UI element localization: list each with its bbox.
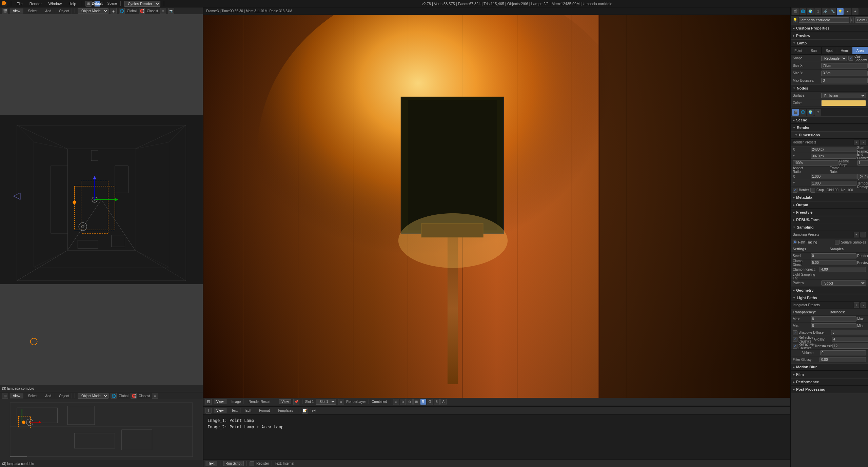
- reflective-caustics-checkbox[interactable]: [793, 337, 797, 342]
- integrator-presets-remove[interactable]: -: [861, 303, 866, 308]
- menu-render[interactable]: Render: [27, 1, 44, 6]
- presets-add-btn[interactable]: +: [854, 140, 859, 145]
- render-layers-icon[interactable]: ≡: [338, 399, 344, 405]
- viewport-overlay-icon[interactable]: ≡: [160, 8, 166, 14]
- ortho-snap-icon[interactable]: 🧲: [131, 393, 137, 399]
- viewport-canvas[interactable]: [0, 14, 203, 385]
- filter-glossy-field[interactable]: [820, 357, 866, 362]
- tab-render-result[interactable]: Render Result: [246, 399, 273, 404]
- refractive-caustics-checkbox[interactable]: [793, 344, 797, 349]
- frame-step-field[interactable]: [857, 160, 868, 166]
- nodes-section-header[interactable]: ▼ Nodes: [791, 84, 868, 92]
- shadows-checkbox[interactable]: [793, 330, 797, 335]
- seed-field[interactable]: [811, 253, 856, 258]
- menu-window[interactable]: Window: [46, 1, 64, 6]
- render-icon-7[interactable]: B: [434, 399, 440, 405]
- prop-scene-icon[interactable]: 🌐: [800, 8, 806, 15]
- object-name-field[interactable]: [799, 17, 849, 23]
- ortho-canvas[interactable]: [0, 399, 203, 460]
- film-header[interactable]: ▶ Film: [791, 371, 868, 378]
- render-pin-icon[interactable]: 📌: [293, 399, 299, 405]
- integrator-presets-add[interactable]: +: [854, 303, 859, 308]
- footer-text[interactable]: Text: [205, 461, 217, 466]
- ortho-tab-select[interactable]: Select: [25, 393, 41, 398]
- lamp-tab-hemi[interactable]: Hemi: [837, 47, 853, 54]
- pct-field[interactable]: [793, 160, 839, 166]
- square-samples-checkbox[interactable]: [835, 240, 840, 245]
- output-header[interactable]: ▶ Output: [791, 201, 868, 209]
- engine-dropdown[interactable]: Cycles Render: [124, 1, 160, 7]
- ortho-global-icon[interactable]: 🌐: [111, 393, 117, 399]
- ortho-overlay-icon[interactable]: ≡: [152, 393, 158, 399]
- min-transp-field[interactable]: [811, 323, 856, 328]
- render-icon-1[interactable]: ⊕: [393, 399, 399, 405]
- menu-file[interactable]: File: [15, 1, 25, 6]
- res-y-field[interactable]: [811, 154, 856, 159]
- point-icon[interactable]: ⊙: [850, 17, 854, 23]
- preview-header[interactable]: ▶ Preview: [791, 32, 868, 39]
- obj-icon[interactable]: 💡: [793, 17, 797, 23]
- tab-select[interactable]: Select: [25, 8, 41, 14]
- ortho-mode-select[interactable]: Object Mode: [78, 393, 108, 399]
- obj-prop-icon[interactable]: □: [814, 109, 821, 116]
- light-paths-header[interactable]: ▼ Light Paths: [791, 294, 868, 301]
- tab-image[interactable]: Image: [229, 399, 244, 404]
- ortho-tab-add[interactable]: Add: [42, 393, 54, 398]
- aspect-x-field[interactable]: [811, 174, 856, 179]
- ortho-view-icon[interactable]: ⊞: [2, 393, 8, 399]
- prop-constraint-icon[interactable]: 🔗: [822, 8, 829, 15]
- surface-select[interactable]: Emission: [821, 93, 866, 98]
- diffuse-field[interactable]: [831, 330, 868, 335]
- clamp-indirect-field[interactable]: [820, 267, 866, 272]
- rebus-header[interactable]: ▶ REBUS-Farm: [791, 216, 868, 223]
- run-script-btn[interactable]: Run Script: [223, 461, 244, 466]
- slot-select[interactable]: Slot 1: [316, 399, 336, 405]
- layout-icon-1[interactable]: ⊞: [85, 1, 92, 7]
- ortho-tab-view[interactable]: View: [10, 393, 23, 398]
- crop-checkbox[interactable]: [810, 188, 815, 193]
- text-tab-templates[interactable]: Templates: [275, 408, 296, 413]
- shape-select[interactable]: Rectangle: [821, 56, 847, 61]
- prop-material-icon[interactable]: ●: [844, 8, 851, 15]
- render-icon-5[interactable]: R: [420, 399, 426, 405]
- lamp-tab-spot[interactable]: Spot: [822, 47, 837, 54]
- max-bounces-field[interactable]: [821, 78, 868, 83]
- geometry-section-header[interactable]: ▶ Geometry: [791, 287, 868, 294]
- metadata-header[interactable]: ▶ Metadata: [791, 194, 868, 201]
- lamp-tab-sun[interactable]: Sun: [806, 47, 822, 54]
- render-icon-4[interactable]: ⊞: [413, 399, 419, 405]
- motion-blur-header[interactable]: ▶ Motion Blur: [791, 363, 868, 371]
- viewport-shading-icon[interactable]: ◈: [111, 8, 117, 14]
- transmission-field[interactable]: [832, 344, 868, 349]
- text-tab-text[interactable]: Text: [229, 408, 241, 413]
- tab-add[interactable]: Add: [42, 8, 54, 14]
- glossy-field[interactable]: [832, 337, 868, 342]
- render-icon-8[interactable]: A: [440, 399, 447, 405]
- render-section-header[interactable]: ▼ Render: [791, 124, 868, 131]
- scene-section-header[interactable]: ▶ Scene: [791, 116, 868, 124]
- render-icon-3[interactable]: ⊙: [407, 399, 413, 405]
- render-icon-6[interactable]: G: [427, 399, 433, 405]
- tab-view-render[interactable]: View: [214, 399, 227, 404]
- world-prop-icon[interactable]: 🌍: [807, 109, 814, 116]
- text-tab-format[interactable]: Format: [256, 408, 273, 413]
- res-x-field[interactable]: [811, 147, 856, 152]
- sampling-section-header[interactable]: ▼ Sampling: [791, 223, 868, 231]
- color-swatch[interactable]: [821, 100, 866, 106]
- post-processing-header[interactable]: ▶ Post Processing: [791, 386, 868, 393]
- snap-icon[interactable]: 🧲: [139, 8, 145, 14]
- text-view-icon[interactable]: T: [205, 408, 212, 414]
- global-local-icon[interactable]: 🌐: [119, 8, 125, 14]
- lamp-tab-point[interactable]: Point: [791, 47, 806, 54]
- camera-view-icon[interactable]: 📷: [168, 8, 174, 14]
- prop-world-icon[interactable]: 🌍: [807, 8, 814, 15]
- dimensions-header[interactable]: ▼ Dimensions: [791, 131, 868, 139]
- prop-object-icon[interactable]: □: [814, 8, 821, 15]
- sampling-presets-add[interactable]: +: [854, 232, 859, 237]
- prop-particles-icon[interactable]: ✦: [852, 8, 859, 15]
- path-tracing-radio[interactable]: [793, 240, 797, 244]
- text-tab-view[interactable]: View: [214, 408, 227, 413]
- scene-prop-icon[interactable]: 🌐: [800, 109, 806, 116]
- tab-object[interactable]: Object: [56, 8, 72, 14]
- presets-remove-btn[interactable]: -: [861, 140, 866, 145]
